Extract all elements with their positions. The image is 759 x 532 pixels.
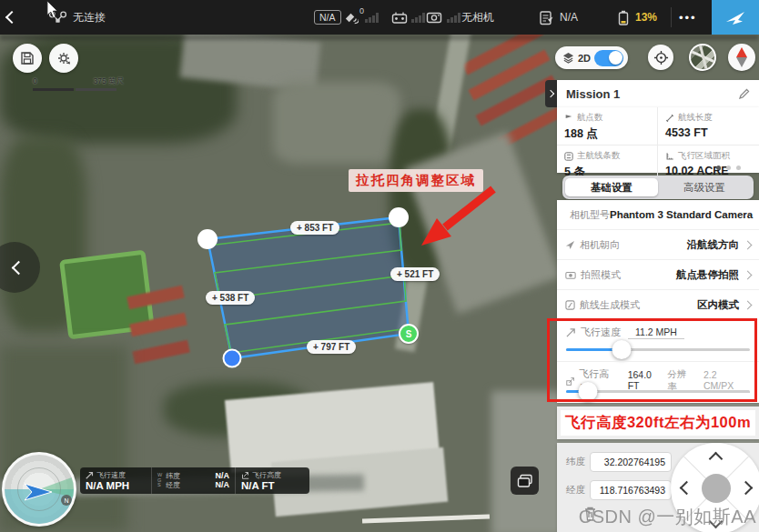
chevron-right-icon bbox=[744, 270, 753, 279]
latitude-label: 纬度 bbox=[566, 456, 590, 468]
checklist-status[interactable]: N/A bbox=[539, 0, 578, 35]
settings-tabs: 基础设置 高级设置 bbox=[562, 176, 754, 199]
telemetry-altitude: 飞行高度 N/A FT bbox=[235, 467, 309, 494]
panel-collapse-button[interactable] bbox=[545, 80, 557, 107]
dpad-center-button[interactable] bbox=[702, 474, 731, 503]
speed-label: 飞行速度 bbox=[96, 470, 126, 480]
2d-toggle-switch[interactable] bbox=[594, 50, 623, 66]
lat-value: N/A bbox=[216, 472, 230, 480]
latitude-input[interactable]: 32.202764195 bbox=[590, 452, 672, 472]
scale-start: 0 bbox=[33, 76, 37, 87]
takeoff-button[interactable] bbox=[712, 0, 759, 35]
route-mode-icon bbox=[565, 300, 575, 310]
tab-basic-settings[interactable]: 基础设置 bbox=[565, 178, 658, 196]
tab-advanced-settings[interactable]: 高级设置 bbox=[658, 178, 751, 196]
chevron-right-icon bbox=[744, 301, 753, 310]
checklist-icon bbox=[539, 10, 554, 25]
map-mode-toggle[interactable]: 2D bbox=[555, 46, 628, 69]
edge-length-label-top: + 853 FT bbox=[290, 221, 339, 235]
longitude-label: 经度 bbox=[566, 484, 590, 497]
compass-north-marker: N bbox=[61, 495, 72, 506]
stat-route-length-value: 4533 FT bbox=[665, 126, 752, 139]
gear-icon bbox=[56, 51, 72, 66]
locate-button[interactable] bbox=[648, 45, 673, 70]
save-icon bbox=[20, 51, 35, 65]
watermark: CSDN @一别如斯AA bbox=[579, 505, 756, 529]
rc-signal-bars bbox=[411, 0, 425, 35]
airplane-icon bbox=[724, 8, 746, 26]
photo-mode-icon bbox=[565, 270, 576, 279]
save-mission-button[interactable] bbox=[13, 44, 42, 73]
speed-icon bbox=[86, 471, 94, 479]
altitude-icon bbox=[241, 471, 249, 479]
edge-length-label-right: + 521 FT bbox=[390, 267, 440, 281]
mission-stats: 航点数 188 点 航线长度 4533 FT 主航线条数 5 条 飞行区域面积 … bbox=[557, 107, 759, 173]
camera-status: 无相机 bbox=[461, 0, 494, 35]
aircraft-heading-arrow bbox=[21, 480, 57, 504]
route-length-icon bbox=[665, 114, 674, 123]
setting-photo-mode[interactable]: 拍照模式 航点悬停拍照 bbox=[557, 260, 759, 290]
flight-parameters: 飞行速度 11.2 MPH 飞行高度 164.0 FT 分辨率 2.2 CM/P… bbox=[557, 320, 759, 403]
longitude-input[interactable]: 118.716763493 bbox=[590, 480, 672, 500]
back-icon bbox=[5, 11, 18, 24]
mouse-cursor bbox=[46, 1, 59, 19]
setting-camera-heading[interactable]: 相机朝向 沿航线方向 bbox=[557, 230, 759, 260]
telemetry-position: WGS 纬度N/A 经度N/A bbox=[151, 467, 235, 494]
gs-pro-app: + 853 FT + 521 FT + 538 FT + 797 FT S 拉托… bbox=[0, 0, 759, 532]
more-dots: ••• bbox=[679, 11, 697, 25]
polygon-corner-handle-active[interactable] bbox=[224, 350, 241, 367]
heading-icon bbox=[565, 240, 575, 250]
flight-speed-icon bbox=[566, 327, 576, 337]
nudge-left-button[interactable] bbox=[680, 481, 694, 496]
mission-title: Mission 1 bbox=[566, 87, 738, 101]
map-scale-bar: 0375 英尺 bbox=[33, 76, 124, 91]
scale-label: 375 英尺 bbox=[93, 76, 124, 87]
altitude-slider-track[interactable] bbox=[566, 390, 750, 393]
main-lines-icon bbox=[564, 152, 573, 161]
speed-setting-label: 飞行速度 bbox=[581, 326, 621, 339]
speed-slider-track[interactable] bbox=[566, 348, 750, 351]
lon-value: N/A bbox=[216, 481, 230, 489]
map-mode-label: 2D bbox=[578, 53, 591, 64]
battery-percent: 13% bbox=[635, 11, 657, 24]
gps-satellite-icon bbox=[343, 11, 359, 25]
attitude-compass: N bbox=[2, 452, 76, 527]
stat-waypoints-value: 188 点 bbox=[564, 126, 650, 142]
altitude-note-text: 飞行高度320ft左右为100m bbox=[561, 410, 755, 436]
compass-needle-north bbox=[736, 47, 747, 57]
setting-route-mode[interactable]: 航线生成模式 区内模式 bbox=[557, 290, 759, 320]
camera-signal-bars bbox=[447, 0, 460, 35]
mission-settings-button[interactable] bbox=[49, 44, 78, 73]
waypoint-icon bbox=[564, 114, 573, 123]
latitude-row: 纬度 32.202764195 bbox=[566, 452, 672, 472]
connection-status: 无连接 bbox=[73, 10, 106, 25]
edge-length-label-left: + 538 FT bbox=[206, 291, 255, 305]
remote-controller-icon bbox=[391, 11, 408, 24]
speed-slider-thumb[interactable] bbox=[612, 340, 631, 359]
speed-slider-row: 飞行速度 11.2 MPH bbox=[557, 320, 759, 361]
edit-pencil-icon[interactable] bbox=[738, 88, 750, 100]
edge-length-label-bottom: + 797 FT bbox=[307, 340, 356, 354]
layers-icon bbox=[562, 52, 574, 64]
chevron-right-icon bbox=[744, 240, 753, 249]
polygon-corner-handle[interactable] bbox=[197, 229, 218, 249]
more-menu-button[interactable]: ••• bbox=[679, 0, 697, 35]
back-button[interactable] bbox=[7, 0, 16, 35]
altitude-slider-thumb[interactable] bbox=[579, 382, 598, 401]
telemetry-bar: 飞行速度 N/A MPH WGS 纬度N/A 经度N/A 飞行高度 N/A FT bbox=[80, 467, 309, 494]
battery-status[interactable]: 13% bbox=[617, 0, 657, 35]
compass-reset-button[interactable] bbox=[728, 44, 755, 71]
area-ruler-icon bbox=[665, 152, 674, 161]
setting-camera-model[interactable]: 相机型号 Phantom 3 Standard Camera bbox=[557, 200, 759, 230]
stats-page-dots[interactable] bbox=[716, 166, 741, 170]
minimap-button[interactable] bbox=[689, 44, 716, 71]
route-start-marker[interactable]: S bbox=[399, 324, 419, 344]
media-layers-button[interactable] bbox=[511, 467, 539, 495]
polygon-corner-handle[interactable] bbox=[389, 207, 409, 227]
nudge-right-button[interactable] bbox=[739, 481, 754, 496]
nudge-up-button[interactable] bbox=[709, 452, 724, 467]
toggle-knob bbox=[609, 51, 622, 65]
photos-icon bbox=[517, 474, 533, 488]
speed-value-field[interactable]: 11.2 MPH bbox=[628, 326, 684, 339]
flight-mode-badge: N/A bbox=[314, 0, 341, 35]
